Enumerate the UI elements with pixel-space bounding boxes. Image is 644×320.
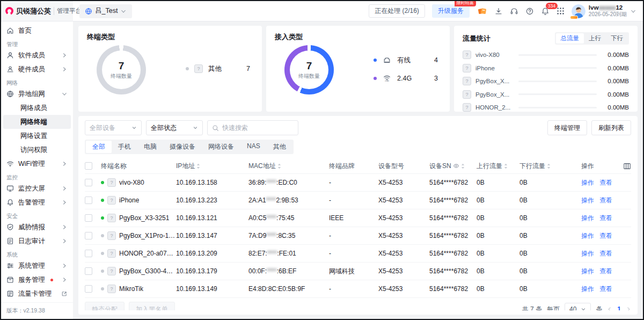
sliders-icon	[6, 262, 14, 270]
sidebar-item-traffic-card-management[interactable]: 流量卡管理	[1, 287, 73, 301]
terminal-name-cell: PgyBox_X1Pro-1226	[101, 231, 176, 240]
tab-network-device[interactable]: 网络设备	[202, 141, 240, 153]
action-operate-link[interactable]: 操作	[581, 178, 594, 187]
sidebar-item-access-permission[interactable]: 访问权限	[3, 143, 71, 157]
sidebar-item-network-terminals[interactable]: 网络终端	[3, 115, 71, 129]
ip-address-cell: 10.169.13.121	[176, 214, 248, 222]
support-headset-icon[interactable]	[510, 7, 518, 16]
action-view-link[interactable]: 查看	[599, 231, 612, 241]
action-operate-link[interactable]: 操作	[581, 285, 594, 294]
sidebar-item-hardware-members[interactable]: 硬件成员	[1, 62, 73, 76]
tab-camera[interactable]: 摄像设备	[163, 141, 202, 153]
row-checkbox[interactable]	[85, 250, 92, 257]
blacklist-button[interactable]: 加入黑名单	[129, 302, 175, 310]
search-input[interactable]	[222, 124, 287, 132]
action-operate-link[interactable]: 操作	[581, 214, 594, 223]
traffic-tab-downlink[interactable]: 下行	[606, 33, 628, 43]
sidebar-item-vpn-network[interactable]: 异地组网	[1, 87, 73, 101]
sidebar-item-home[interactable]: 首页	[1, 24, 73, 38]
row-checkbox[interactable]	[85, 214, 92, 222]
sidebar-item-monitor-screen[interactable]: 监控大屏	[1, 181, 73, 195]
table-row: PgyBox_G300-4212010.169.13.17900:0F:****…	[85, 262, 631, 280]
sidebar-item-system-management[interactable]: 系统管理	[1, 259, 73, 273]
per-page-select[interactable]: 40	[565, 303, 591, 311]
action-view-link[interactable]: 查看	[599, 249, 612, 258]
action-view-link[interactable]: 查看	[599, 285, 612, 294]
traffic-device-name: iPhone	[475, 65, 514, 71]
donut-center: 7 终端数量	[284, 45, 334, 94]
row-checkbox[interactable]	[85, 285, 92, 293]
column-label: 设备SN	[429, 162, 451, 171]
sort-icon	[461, 163, 465, 169]
terminal-count-label: 终端数量	[111, 72, 132, 80]
user-menu[interactable]: lvwxxxxx12 2026-05-20到期	[572, 4, 636, 18]
row-checkbox[interactable]	[85, 232, 92, 239]
uplink-traffic-cell: 0B	[477, 250, 519, 257]
sidebar-item-network-settings[interactable]: 网络设置	[3, 129, 71, 143]
tab-all[interactable]: 全部	[86, 141, 112, 153]
action-operate-link[interactable]: 操作	[581, 267, 594, 276]
action-operate-link[interactable]: 操作	[581, 249, 594, 258]
status-filter-select[interactable]: 全部状态	[146, 120, 203, 135]
version-label: 版本：v2.19.38	[1, 302, 73, 319]
traffic-tab-uplink[interactable]: 上行	[584, 33, 606, 43]
chevron-down-icon	[581, 307, 586, 310]
sort-icon	[196, 163, 200, 169]
tab-nas[interactable]: NAS	[240, 141, 267, 153]
action-view-link[interactable]: 查看	[599, 178, 612, 187]
traffic-stats-card: 流量统计 总流量上行下行 vivo-X800.00MBiPhone0.00MBP…	[454, 26, 638, 112]
traffic-tab-total[interactable]: 总流量	[556, 33, 584, 43]
service-icon	[6, 276, 14, 283]
serial-number-cell: 5164****6782	[429, 232, 477, 239]
terminal-manage-button[interactable]: 终端管理	[547, 120, 587, 135]
model-cell: X5-4253	[378, 197, 429, 204]
apps-grid-icon[interactable]	[557, 7, 565, 15]
help-icon[interactable]	[525, 7, 534, 16]
network-selector[interactable]: 吕_Test	[79, 4, 132, 18]
tab-phone[interactable]: 手机	[112, 141, 137, 153]
traffic-device-name: PgyBox_X...	[475, 78, 514, 84]
refresh-list-button[interactable]: 刷新列表	[591, 120, 631, 135]
row-checkbox[interactable]	[85, 267, 92, 275]
static-assign-button[interactable]: 静态分配	[85, 302, 125, 310]
action-operate-link[interactable]: 操作	[581, 231, 594, 241]
promo-gift-icon[interactable]	[478, 6, 487, 16]
sidebar-item-software-members[interactable]: 软件成员	[1, 48, 73, 62]
sidebar-item-alert-management[interactable]: 告警管理	[1, 195, 73, 209]
sidebar-item-threat-intel[interactable]: 威胁情报	[1, 220, 73, 234]
legend-label: 2.4G	[397, 75, 412, 82]
current-page-button[interactable]: 1	[617, 306, 621, 310]
mac-address-cell: A0:C5****:75:45	[248, 214, 329, 222]
sidebar-item-network-members[interactable]: 网络成员	[3, 101, 71, 115]
sidebar-group-network: 网络	[1, 76, 73, 87]
sidebar-item-wifi-management[interactable]: WiFi管理	[1, 157, 73, 171]
sidebar-item-service-management[interactable]: 服务管理	[1, 273, 73, 287]
select-all-checkbox[interactable]	[85, 162, 92, 170]
action-operate-link[interactable]: 操作	[581, 196, 594, 205]
action-view-link[interactable]: 查看	[599, 214, 612, 223]
traffic-list: vivo-X800.00MBiPhone0.00MBPgyBox_X...0.0…	[463, 50, 629, 112]
notifications-button[interactable]: 334	[541, 7, 550, 16]
action-view-link[interactable]: 查看	[599, 267, 612, 276]
next-page-button[interactable]	[626, 307, 631, 310]
download-icon[interactable]	[494, 7, 503, 16]
action-view-link[interactable]: 查看	[599, 196, 612, 205]
prev-page-button[interactable]	[607, 307, 612, 310]
device-filter-select[interactable]: 全部设备	[85, 120, 142, 135]
sidebar-item-log-audit[interactable]: 日志审计	[1, 234, 73, 248]
row-checkbox[interactable]	[85, 197, 92, 204]
table-row: PgyBox_X3-325110.169.13.121A0:C5****:75:…	[85, 209, 631, 227]
tab-other[interactable]: 其他	[267, 141, 292, 153]
uplink-traffic-cell: 0B	[477, 267, 519, 275]
serial-number-cell: 5164****6782	[429, 285, 477, 293]
row-checkbox-cell	[85, 267, 101, 275]
tab-computer[interactable]: 电脑	[137, 141, 163, 153]
row-checkbox[interactable]	[85, 179, 92, 186]
mac-start: 82:E7:	[248, 250, 267, 257]
processing-button[interactable]: 正在处理 (2/16)	[369, 4, 425, 18]
chevron-down-icon	[131, 125, 137, 130]
sidebar-nav: 首页管理软件成员硬件成员网络异地组网网络成员网络终端网络设置访问权限WiFi管理…	[1, 24, 73, 302]
column-label: MAC地址	[248, 162, 276, 171]
terminal-type-legend: 其他7	[186, 26, 250, 112]
sidebar-group-management: 管理	[1, 38, 73, 48]
